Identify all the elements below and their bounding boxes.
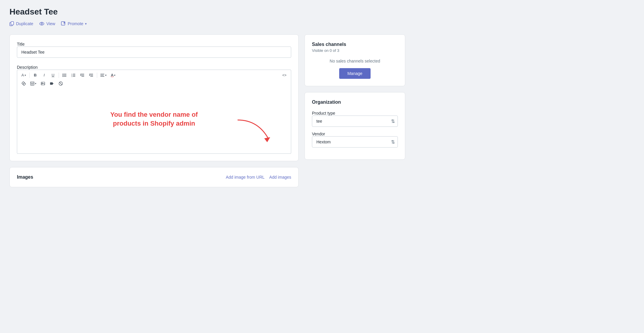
left-column: Title Description A ▾: [9, 34, 299, 187]
organization-card: Organization Product type tee ⇅ Vendor: [305, 92, 405, 160]
svg-rect-1: [11, 22, 14, 25]
promote-button[interactable]: Promote ▾: [61, 20, 87, 27]
italic-button[interactable]: I: [40, 72, 48, 79]
svg-point-8: [63, 76, 63, 77]
vendor-label: Vendor: [312, 132, 325, 136]
svg-rect-31: [50, 82, 53, 85]
video-icon: [50, 81, 54, 86]
organization-title: Organization: [312, 100, 398, 105]
link-icon: [22, 81, 26, 86]
toolbar-row-1: A ▾ B I U: [20, 72, 289, 79]
view-icon: [39, 22, 44, 25]
bold-button[interactable]: B: [31, 72, 39, 79]
bullet-list-button[interactable]: [60, 72, 69, 78]
numbered-list-button[interactable]: 1. 2. 3.: [69, 72, 78, 78]
toolbar-row-2: ▾: [20, 80, 289, 87]
page-title: Headset Tee: [9, 7, 405, 17]
view-button[interactable]: View: [39, 20, 55, 27]
product-type-select-wrapper: tee ⇅: [312, 116, 398, 127]
annotation-text: You find the vendor name of products in …: [98, 110, 210, 129]
svg-rect-29: [41, 82, 45, 85]
images-card: Images Add image from URL Add images: [9, 167, 299, 187]
image-button[interactable]: [39, 80, 47, 87]
table-chevron-icon: ▾: [35, 82, 36, 85]
link-button[interactable]: [20, 80, 28, 87]
vendor-select[interactable]: Hextom: [312, 136, 398, 148]
title-input[interactable]: [17, 47, 291, 58]
right-sidebar: Sales channels Visible on 0 of 3 No sale…: [305, 34, 405, 160]
product-type-label: Product type: [312, 111, 335, 116]
vendor-select-wrapper: Hextom ⇅: [312, 136, 398, 148]
images-links: Add image from URL Add images: [226, 175, 291, 180]
add-images-button[interactable]: Add images: [269, 175, 291, 180]
title-field: Title: [17, 42, 291, 58]
indent-button[interactable]: [78, 72, 86, 78]
outdent-icon: [89, 73, 93, 77]
no-channels-text: No sales channels selected: [312, 59, 398, 63]
svg-point-4: [63, 73, 63, 74]
title-label: Title: [17, 42, 25, 47]
svg-point-30: [42, 83, 43, 84]
separator-1: [29, 73, 30, 78]
svg-marker-35: [264, 137, 270, 142]
duplicate-button[interactable]: Duplicate: [9, 20, 33, 27]
main-layout: Title Description A ▾: [9, 34, 405, 187]
svg-point-6: [63, 75, 63, 76]
svg-rect-3: [61, 22, 65, 25]
svg-marker-32: [53, 83, 54, 84]
promote-chevron-icon: ▾: [85, 22, 87, 26]
annotation-arrow: [235, 117, 273, 145]
outdent-button[interactable]: [87, 72, 95, 78]
sales-channels-card: Sales channels Visible on 0 of 3 No sale…: [305, 34, 405, 86]
svg-rect-25: [31, 82, 34, 85]
underline-button[interactable]: U: [49, 72, 57, 79]
manage-button[interactable]: Manage: [339, 68, 371, 79]
svg-point-2: [41, 23, 43, 25]
vendor-field: Vendor Hextom ⇅: [312, 132, 398, 148]
separator-2: [59, 73, 59, 78]
align-chevron-icon: ▾: [105, 74, 107, 77]
svg-line-34: [60, 82, 62, 85]
source-button[interactable]: <>: [280, 72, 289, 79]
font-button[interactable]: A ▾: [20, 72, 28, 79]
table-button[interactable]: ▾: [28, 80, 38, 87]
sales-channels-subtitle: Visible on 0 of 3: [312, 48, 398, 53]
add-image-url-button[interactable]: Add image from URL: [226, 175, 265, 180]
font-chevron-icon: ▾: [25, 74, 26, 77]
align-icon: [100, 73, 105, 77]
clear-format-icon: [59, 81, 63, 86]
description-editor[interactable]: You find the vendor name of products in …: [17, 89, 291, 154]
editor-toolbar: A ▾ B I U: [17, 70, 291, 89]
numbered-list-icon: 1. 2. 3.: [71, 73, 76, 77]
align-button[interactable]: ▾: [99, 72, 108, 78]
images-header: Images Add image from URL Add images: [17, 174, 291, 180]
video-button[interactable]: [48, 80, 56, 87]
page-actions: Duplicate View Promote ▾: [9, 20, 405, 27]
duplicate-icon: [9, 21, 14, 26]
product-type-select[interactable]: tee: [312, 116, 398, 127]
svg-text:3.: 3.: [71, 76, 73, 77]
product-type-field: Product type tee ⇅: [312, 111, 398, 127]
description-label: Description: [17, 65, 38, 70]
description-field: Description A ▾ B: [17, 65, 291, 154]
text-color-chevron-icon: ▾: [114, 74, 116, 77]
text-color-button[interactable]: A ▾: [109, 72, 117, 79]
product-details-card: Title Description A ▾: [9, 34, 299, 161]
clear-format-button[interactable]: [57, 80, 65, 87]
sales-channels-title: Sales channels: [312, 42, 398, 47]
bullet-list-icon: [63, 73, 67, 77]
image-icon: [41, 81, 45, 86]
images-title: Images: [17, 174, 33, 180]
separator-3: [97, 73, 97, 78]
table-icon: [30, 81, 34, 86]
indent-icon: [80, 73, 84, 77]
promote-icon: [61, 21, 66, 26]
